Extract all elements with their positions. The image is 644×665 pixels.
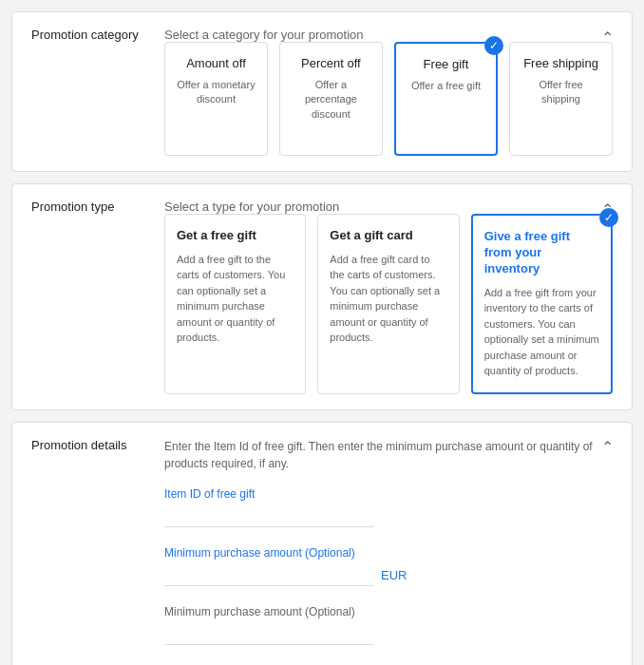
get-gift-card-title: Get a gift card <box>330 228 412 244</box>
type-card-give-free-gift-inventory[interactable]: ✓ Give a free gift from your inventory A… <box>471 214 613 394</box>
amount-off-desc: Offer a monetary discount <box>177 78 256 107</box>
promotion-details-label: Promotion details <box>31 438 164 452</box>
type-card-get-gift-card[interactable]: Get a gift card Add a free gift card to … <box>317 214 459 394</box>
category-card-free-shipping[interactable]: Free shipping Offer free shipping <box>509 42 613 156</box>
category-card-free-gift[interactable]: ✓ Free gift Offer a free gift <box>394 42 498 156</box>
free-shipping-desc: Offer free shipping <box>521 78 600 107</box>
min-purchase-alt-field: Minimum purchase amount (Optional) 0 <box>164 605 613 645</box>
give-free-gift-inventory-title: Give a free gift from your inventory <box>484 229 599 277</box>
percent-off-title: Percent off <box>301 56 361 70</box>
currency-label: EUR <box>381 568 407 586</box>
min-purchase-input[interactable] <box>164 563 373 586</box>
min-purchase-field: Minimum purchase amount (Optional) EUR <box>164 546 613 586</box>
promotion-details-content: Item ID of free gift Minimum purchase am… <box>164 487 613 645</box>
promotion-type-section: Promotion type Select a type for your pr… <box>11 183 633 410</box>
percent-off-desc: Offer a percentage discount <box>292 78 370 122</box>
promotion-details-collapse[interactable]: ⌃ <box>597 438 616 457</box>
item-id-input[interactable] <box>164 504 373 527</box>
free-gift-title: Free gift <box>424 57 469 71</box>
promotion-category-section: Promotion category Select a category for… <box>11 11 633 172</box>
category-card-amount-off[interactable]: Amount off Offer a monetary discount <box>164 42 268 156</box>
get-free-gift-desc: Add a free gift to the carts of customer… <box>177 252 294 346</box>
promotion-category-label: Promotion category <box>31 28 164 42</box>
promotion-details-section: Promotion details Enter the Item Id of f… <box>11 422 633 665</box>
free-shipping-title: Free shipping <box>523 56 598 70</box>
get-gift-card-desc: Add a free gift card to the carts of cus… <box>330 252 446 346</box>
min-purchase-label: Minimum purchase amount (Optional) <box>164 546 373 560</box>
item-id-field: Item ID of free gift <box>164 487 613 527</box>
promotion-details-instruction: Enter the Item Id of free gift. Then ent… <box>164 438 601 472</box>
give-free-gift-inventory-check: ✓ <box>599 208 618 227</box>
promotion-type-label: Promotion type <box>31 200 164 214</box>
free-gift-desc: Offer a free gift <box>411 79 481 93</box>
promotion-category-subtitle: Select a category for your promotion <box>164 28 364 42</box>
min-purchase-alt-label: Minimum purchase amount (Optional) <box>164 605 613 618</box>
give-free-gift-inventory-desc: Add a free gift from your inventory to t… <box>484 285 599 379</box>
type-card-get-free-gift[interactable]: Get a free gift Add a free gift to the c… <box>164 214 306 394</box>
amount-off-title: Amount off <box>186 56 246 70</box>
get-free-gift-title: Get a free gift <box>177 228 256 244</box>
promotion-type-subtitle: Select a type for your promotion <box>164 200 339 214</box>
min-purchase-alt-input[interactable]: 0 <box>164 622 373 645</box>
promotion-category-cards: Amount off Offer a monetary discount Per… <box>164 42 613 156</box>
category-card-percent-off[interactable]: Percent off Offer a percentage discount <box>279 42 383 156</box>
promotion-type-cards: Get a free gift Add a free gift to the c… <box>164 214 613 394</box>
item-id-label: Item ID of free gift <box>164 487 613 501</box>
free-gift-check: ✓ <box>484 36 503 55</box>
